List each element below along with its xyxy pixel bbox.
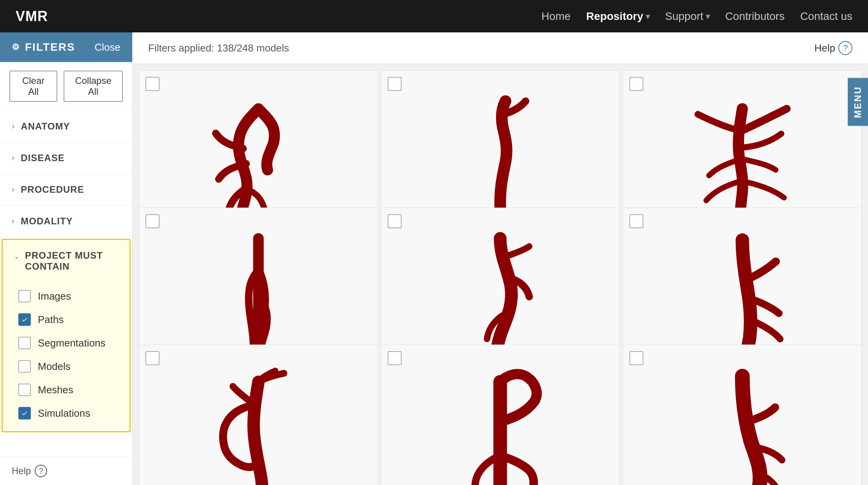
model-checkbox-6[interactable] [629,214,643,228]
sidebar-title: ⚙ FILTERS [12,41,75,53]
images-checkbox[interactable] [18,290,31,302]
filter-item-models[interactable]: Models [14,355,122,378]
model-checkbox-9[interactable] [629,351,643,365]
project-must-contain-chevron-icon: ˅ [14,256,19,266]
model-image-8 [417,365,583,485]
model-image-7 [175,365,342,485]
sidebar-header: ⚙ FILTERS Close [0,32,132,62]
modality-section-header[interactable]: › MODALITY [0,206,132,237]
models-checkbox[interactable] [18,360,31,373]
main-layout: ⚙ FILTERS Close Clear All Collapse All ›… [0,32,868,485]
top-navigation: VMR Home Repository ▾ Support ▾ Contribu… [0,0,868,32]
sidebar-scroll[interactable]: › ANATOMY › DISEASE › PROCEDURE [0,111,132,457]
close-button[interactable]: Close [95,41,120,53]
logo: VMR [16,8,48,25]
disease-label: DISEASE [21,153,64,163]
filter-section-disease: › DISEASE [0,142,132,174]
modality-chevron-icon: › [12,216,14,226]
help-button[interactable]: Help ? [815,41,852,55]
simulations-label: Simulations [38,407,90,419]
collapse-all-button[interactable]: Collapse All [64,71,123,102]
anatomy-chevron-icon: › [12,121,14,131]
simulations-checkbox[interactable] [18,407,31,419]
model-checkbox-3[interactable] [629,77,643,91]
model-checkbox-2[interactable] [388,77,402,91]
help-circle-icon: ? [838,41,852,55]
project-must-contain-label: PROJECT MUST CONTAIN [25,250,118,272]
anatomy-label: ANATOMY [21,121,70,132]
help-text: Help [12,465,31,476]
filter-icon: ⚙ [12,42,20,52]
clear-all-button[interactable]: Clear All [9,71,57,102]
model-grid [133,64,868,485]
segmentations-label: Segmentations [38,337,105,349]
disease-section-header[interactable]: › DISEASE [0,142,132,174]
images-label: Images [38,290,71,302]
procedure-label: PROCEDURE [21,184,84,195]
filter-item-images[interactable]: Images [14,284,122,308]
procedure-chevron-icon: › [12,185,14,195]
filter-status: Filters applied: 138/248 models [148,42,289,54]
repository-chevron-icon: ▾ [646,12,650,21]
model-checkbox-7[interactable] [145,351,159,365]
nav-home[interactable]: Home [542,10,571,23]
model-card-7[interactable] [139,345,378,485]
support-chevron-icon: ▾ [706,12,710,21]
nav-repository[interactable]: Repository ▾ [586,10,649,23]
filter-section-anatomy: › ANATOMY [0,111,132,142]
sidebar-footer: Help ? [0,457,132,485]
help-link[interactable]: Help ? [12,465,120,477]
model-checkbox-1[interactable] [145,77,159,91]
paths-label: Paths [38,314,64,326]
content-header: Filters applied: 138/248 models Help ? [133,32,868,64]
model-checkbox-4[interactable] [145,214,159,228]
model-checkbox-5[interactable] [388,214,402,228]
filter-section-modality: › MODALITY [0,206,132,237]
filter-section-procedure: › PROCEDURE [0,174,132,206]
modality-label: MODALITY [21,216,73,227]
filter-item-segmentations[interactable]: Segmentations [14,331,122,355]
nav-contributors[interactable]: Contributors [725,10,785,23]
content-area: Filters applied: 138/248 models Help ? [133,32,868,485]
menu-tab[interactable]: MENU [848,78,868,126]
model-image-9 [659,365,825,485]
help-icon: ? [35,465,47,477]
segmentations-checkbox[interactable] [18,337,31,349]
filter-section-project-must-contain: ˅ PROJECT MUST CONTAIN Images Paths [2,239,131,432]
meshes-checkbox[interactable] [18,384,31,396]
disease-chevron-icon: › [12,153,14,163]
filter-item-paths[interactable]: Paths [14,308,122,331]
model-card-9[interactable] [623,345,862,485]
model-card-8[interactable] [381,345,620,485]
nav-contact[interactable]: Contact us [800,10,852,23]
paths-checkbox[interactable] [18,313,31,326]
meshes-label: Meshes [38,384,73,396]
filter-item-simulations[interactable]: Simulations [14,402,122,425]
filter-items-list: Images Paths Segmentations [3,282,129,431]
filter-item-meshes[interactable]: Meshes [14,378,122,402]
sidebar: ⚙ FILTERS Close Clear All Collapse All ›… [0,32,133,485]
model-checkbox-8[interactable] [388,351,402,365]
models-label: Models [38,361,71,373]
anatomy-section-header[interactable]: › ANATOMY [0,111,132,142]
project-must-contain-header[interactable]: ˅ PROJECT MUST CONTAIN [3,240,129,282]
nav-support[interactable]: Support ▾ [665,10,710,23]
procedure-section-header[interactable]: › PROCEDURE [0,174,132,205]
sidebar-actions: Clear All Collapse All [0,62,132,111]
